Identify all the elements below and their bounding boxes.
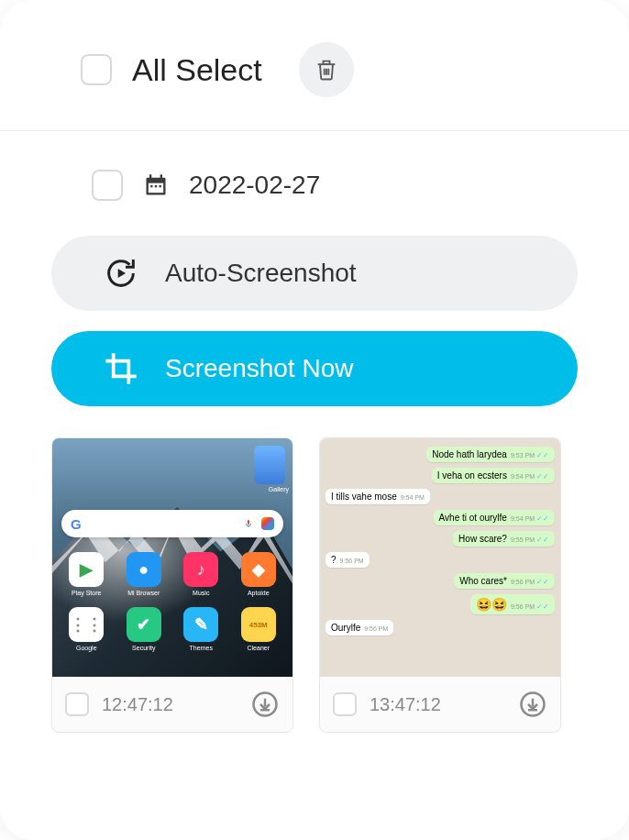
thumbnail-card[interactable]: Gallery G ▶Play Store●Mi Browser♪Music◆A… xyxy=(51,437,293,733)
thumbnail-time: 13:47:12 xyxy=(370,694,505,715)
app-label: Security xyxy=(132,645,155,651)
svg-rect-1 xyxy=(149,183,163,193)
calendar-icon xyxy=(143,172,169,198)
app-label: Google xyxy=(76,645,97,651)
chat-bubble: I tills vahe mose9:54 PM xyxy=(326,489,430,504)
thumbnail-footer: 12:47:12 xyxy=(52,677,292,732)
app-icon: 453MCleaner xyxy=(234,607,284,651)
app-label: Mi Browser xyxy=(127,590,160,596)
mic-icon xyxy=(243,518,254,529)
date-group-header: 2022-02-27 xyxy=(0,131,629,227)
select-all-checkbox[interactable] xyxy=(81,54,112,85)
thumbnail-checkbox[interactable] xyxy=(65,692,89,716)
app-label: Aptoide xyxy=(248,590,270,596)
chat-bubble: Ourylfe9:56 PM xyxy=(326,620,393,636)
select-all-label: All Select xyxy=(132,52,262,88)
delete-button[interactable] xyxy=(299,42,354,97)
screenshot-manager-card: All Select 2022-02-27 xyxy=(0,0,629,840)
download-button[interactable] xyxy=(250,690,280,719)
app-icon: ▶Play Store xyxy=(61,552,112,596)
thumbnail-card[interactable]: Node hath larydea9:53 PM✓✓I veha on ecst… xyxy=(319,437,561,733)
app-icon: ◆Aptoide xyxy=(234,552,284,596)
svg-marker-7 xyxy=(118,269,126,278)
thumbnail-grid: Gallery G ▶Play Store●Mi Browser♪Music◆A… xyxy=(0,406,629,733)
app-label: Themes xyxy=(190,645,213,651)
chat-bubble: How scare?9:55 PM✓✓ xyxy=(453,531,555,547)
app-icon: ✔Security xyxy=(119,607,170,651)
download-icon xyxy=(519,691,546,718)
thumbnail-footer: 13:47:12 xyxy=(320,677,560,732)
chat-bubble: Avhe ti ot ourylfe9:54 PM✓✓ xyxy=(434,510,555,525)
date-label: 2022-02-27 xyxy=(189,171,320,200)
thumbnail-time: 12:47:12 xyxy=(102,694,237,715)
gallery-widget-label: Gallery xyxy=(269,486,289,492)
trash-icon xyxy=(314,56,339,83)
lens-icon xyxy=(261,517,274,530)
thumbnail-image-homescreen: Gallery G ▶Play Store●Mi Browser♪Music◆A… xyxy=(52,438,292,677)
app-label: Music xyxy=(193,590,209,596)
topbar: All Select xyxy=(0,0,629,131)
chat-bubble: Who cares*9:56 PM✓✓ xyxy=(454,573,555,589)
app-icon: ●Mi Browser xyxy=(119,552,170,596)
thumbnail-checkbox[interactable] xyxy=(333,692,357,716)
download-button[interactable] xyxy=(518,690,547,719)
crop-icon xyxy=(103,350,139,387)
thumbnail-image-chat: Node hath larydea9:53 PM✓✓I veha on ecst… xyxy=(320,438,560,677)
screenshot-now-label: Screenshot Now xyxy=(165,354,353,383)
app-icon: ✎Themes xyxy=(176,607,226,651)
svg-rect-3 xyxy=(160,174,162,180)
chat-bubble: Node hath larydea9:53 PM✓✓ xyxy=(426,447,555,462)
auto-screenshot-label: Auto-Screenshot xyxy=(165,259,357,288)
svg-rect-4 xyxy=(150,185,152,187)
chat-bubble: ?9:56 PM xyxy=(326,552,370,568)
screenshot-now-button[interactable]: Screenshot Now xyxy=(51,331,578,406)
app-label: Cleaner xyxy=(247,645,270,651)
app-icon: ♪Music xyxy=(176,552,226,596)
chat-bubble: I veha on ecsters9:54 PM✓✓ xyxy=(432,468,555,483)
download-icon xyxy=(251,691,279,718)
svg-rect-6 xyxy=(160,185,161,187)
chat-bubble: 😆😆9:56 PM✓✓ xyxy=(470,594,555,614)
svg-rect-2 xyxy=(149,174,151,180)
google-search-bar: G xyxy=(61,510,283,537)
auto-screenshot-button[interactable]: Auto-Screenshot xyxy=(51,236,578,311)
svg-rect-9 xyxy=(248,526,249,528)
google-logo-icon: G xyxy=(71,516,82,532)
refresh-play-icon xyxy=(103,255,139,292)
date-group-checkbox[interactable] xyxy=(92,170,123,201)
app-icon: ⋮⋮Google xyxy=(61,607,112,651)
svg-rect-5 xyxy=(155,185,157,187)
app-label: Play Store xyxy=(72,590,101,596)
gallery-widget-icon xyxy=(254,446,285,484)
svg-rect-8 xyxy=(248,520,249,525)
action-buttons: Auto-Screenshot Screenshot Now xyxy=(0,227,629,406)
